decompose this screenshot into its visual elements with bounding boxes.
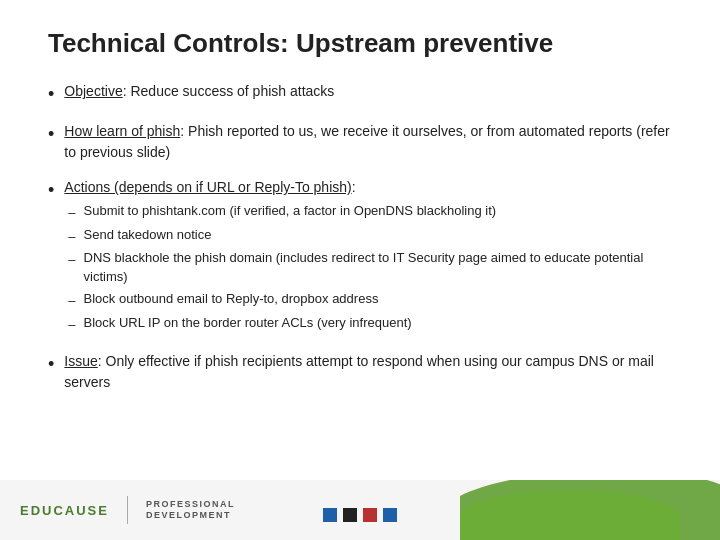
bullet-label-rest-3: : (352, 179, 356, 195)
svg-rect-2 (363, 508, 377, 522)
bullet-dot-4: • (48, 352, 54, 377)
bullet-1: • Objective: Reduce success of phish att… (48, 81, 672, 107)
green-wave-2 (460, 490, 680, 540)
bullet-label-rest-1: : Reduce success of phish attacks (123, 83, 335, 99)
sub-text-3-5: Block URL IP on the border router ACLs (… (84, 314, 412, 333)
sub-text-3-4: Block outbound email to Reply-to, dropbo… (84, 290, 379, 309)
footer-left: EDUCAUSE PROFESSIONAL DEVELOPMENT (20, 496, 235, 524)
bullet-label-rest-4: : Only effective if phish recipients att… (64, 353, 654, 390)
bullet-label-underline-4: Issue (64, 353, 97, 369)
bullet-text-1: Objective: Reduce success of phish attac… (64, 81, 334, 102)
bullet-dot-3: • (48, 178, 54, 203)
sub-dash-3-4: – (68, 291, 75, 311)
sub-text-3-1: Submit to phishtank.com (if verified, a … (84, 202, 497, 221)
bullet-4: • Issue: Only effective if phish recipie… (48, 351, 672, 393)
footer-subtitle-line2: DEVELOPMENT (146, 510, 235, 521)
sub-dash-3-5: – (68, 315, 75, 335)
svg-rect-3 (383, 508, 397, 522)
bullet-label-underline-3: Actions (depends on if URL or Reply-To p… (64, 179, 351, 195)
bullet-3: • Actions (depends on if URL or Reply-To… (48, 177, 672, 337)
bullet-dot-2: • (48, 122, 54, 147)
footer-green-stripe (460, 480, 720, 540)
footer-subtitle-line1: PROFESSIONAL (146, 499, 235, 510)
svg-rect-1 (343, 508, 357, 522)
bullet-text-4: Issue: Only effective if phish recipient… (64, 351, 672, 393)
sub-bullet-3-4: – Block outbound email to Reply-to, drop… (68, 290, 672, 311)
sub-dash-3-1: – (68, 203, 75, 223)
footer-divider (127, 496, 128, 524)
svg-rect-0 (323, 508, 337, 522)
bullet-2: • How learn of phish: Phish reported to … (48, 121, 672, 163)
sub-text-3-3: DNS blackhole the phish domain (includes… (84, 249, 672, 287)
footer: EDUCAUSE PROFESSIONAL DEVELOPMENT (0, 480, 720, 540)
dot-4 (383, 508, 397, 522)
bullet-label-underline-1: Objective (64, 83, 122, 99)
sub-text-3-2: Send takedown notice (84, 226, 212, 245)
slide-title: Technical Controls: Upstream preventive (48, 28, 672, 59)
bullet-text-2: How learn of phish: Phish reported to us… (64, 121, 672, 163)
bullet-dot-1: • (48, 82, 54, 107)
sub-dash-3-2: – (68, 227, 75, 247)
sub-bullet-3-5: – Block URL IP on the border router ACLs… (68, 314, 672, 335)
dot-1 (323, 508, 337, 522)
slide-content: Technical Controls: Upstream preventive … (0, 0, 720, 480)
sub-bullet-3-2: – Send takedown notice (68, 226, 672, 247)
sub-bullet-3-1: – Submit to phishtank.com (if verified, … (68, 202, 672, 223)
sub-bullet-3-3: – DNS blackhole the phish domain (includ… (68, 249, 672, 287)
bullet-text-3: Actions (depends on if URL or Reply-To p… (64, 177, 672, 337)
sub-dash-3-3: – (68, 250, 75, 270)
footer-dots (323, 508, 397, 522)
footer-subtitle: PROFESSIONAL DEVELOPMENT (146, 499, 235, 521)
dot-2 (343, 508, 357, 522)
sub-bullets-3: – Submit to phishtank.com (if verified, … (64, 202, 672, 334)
bullet-label-underline-2: How learn of phish (64, 123, 180, 139)
dot-3 (363, 508, 377, 522)
educause-brand: EDUCAUSE (20, 503, 109, 518)
